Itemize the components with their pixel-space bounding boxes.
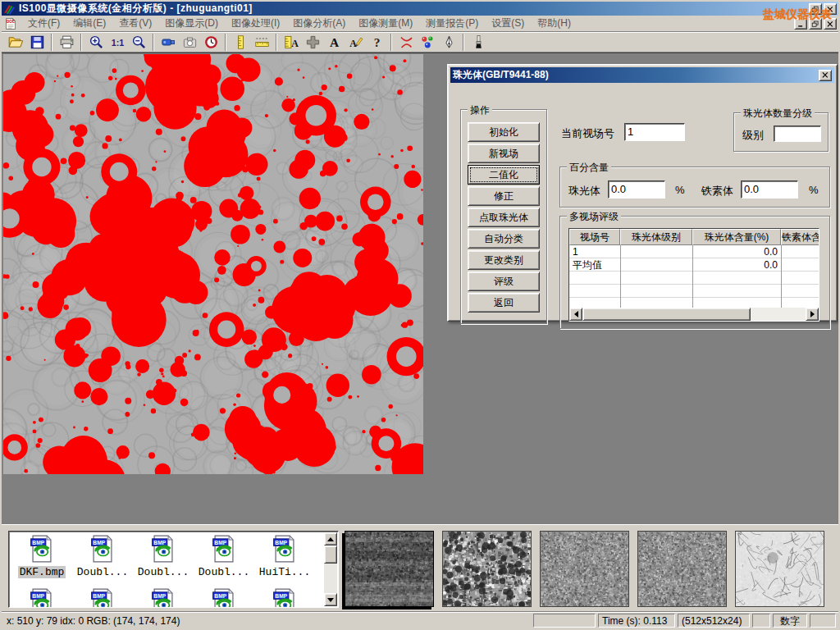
vertical-ruler-button[interactable] xyxy=(230,32,251,52)
photo-capture-button[interactable] xyxy=(179,32,200,52)
file-item[interactable]: BMP xyxy=(254,588,315,608)
file-item[interactable]: BMP DKF.bmp xyxy=(11,535,72,578)
scrollbar-track[interactable] xyxy=(751,308,806,321)
marker-points-button[interactable] xyxy=(417,32,438,52)
scroll-right-button[interactable] xyxy=(806,308,819,321)
menu-help[interactable]: 帮助(H) xyxy=(531,15,578,32)
move-tool-button[interactable] xyxy=(302,32,323,52)
menu-image-analysis[interactable]: 图像分析(A) xyxy=(286,15,352,32)
status-time: Time (s): 0.113 xyxy=(598,614,675,628)
open-file-button[interactable] xyxy=(5,32,26,52)
file-item[interactable]: BMP xyxy=(11,588,72,608)
rate-button[interactable]: 评级 xyxy=(468,272,540,291)
pearlite-dialog: 珠光体(GB/T9441-88) 操作 初始化 新视场 二值化 修正 点取珠光体… xyxy=(447,64,838,322)
percent-sign: % xyxy=(675,184,685,196)
pearlite-percent-input[interactable]: 0.0 xyxy=(608,180,665,199)
thumbnail-1[interactable] xyxy=(345,531,434,607)
file-item[interactable]: BMP Doubl... xyxy=(194,535,254,578)
child-minimize-button[interactable] xyxy=(794,18,807,30)
scrollbar-thumb[interactable] xyxy=(582,308,751,321)
dialog-title-bar[interactable]: 珠光体(GB/T9441-88) xyxy=(450,67,834,83)
menu-image-measure[interactable]: 图像测量(M) xyxy=(352,15,419,32)
horizontal-ruler-button[interactable] xyxy=(251,32,272,52)
scroll-down-button[interactable] xyxy=(324,593,337,606)
dialog-close-button[interactable] xyxy=(819,70,832,81)
timer-button[interactable] xyxy=(200,32,221,52)
text-edit-button[interactable]: A xyxy=(345,32,366,52)
file-item[interactable]: BMP Doubl... xyxy=(133,535,194,578)
col-ferrite-content: 铁素体含量(%) xyxy=(781,229,819,245)
zoom-out-button[interactable] xyxy=(128,32,149,52)
menu-view[interactable]: 查看(V) xyxy=(112,15,158,32)
menu-edit[interactable]: 编辑(E) xyxy=(66,15,112,32)
svg-text:A: A xyxy=(329,35,339,49)
multiview-group: 多视场评级 视场号 珠光体级别 珠光体含量(%) 铁素体含量(%) xyxy=(559,216,830,329)
file-item[interactable]: BMP xyxy=(72,588,133,608)
close-button[interactable] xyxy=(824,3,837,15)
metallographic-image[interactable] xyxy=(3,54,423,474)
bmp-file-icon: BMP xyxy=(151,535,176,565)
save-button[interactable] xyxy=(26,32,48,52)
table-horizontal-scrollbar[interactable] xyxy=(569,308,819,321)
menu-image-process[interactable]: 图像处理(I) xyxy=(225,15,286,32)
measure-text-button[interactable]: A xyxy=(281,32,302,52)
scroll-left-button[interactable] xyxy=(569,308,582,321)
init-button[interactable]: 初始化 xyxy=(468,122,540,142)
title-bar[interactable]: IS100显微摄像系统(金相分析版) - [zhuguangti01] xyxy=(2,2,838,16)
file-item[interactable]: BMP Doubl... xyxy=(72,535,133,578)
text-tool-button[interactable]: A xyxy=(323,32,345,52)
photo-camera-icon xyxy=(182,34,198,50)
menu-report[interactable]: 测量报告(P) xyxy=(419,15,485,32)
file-item[interactable]: BMP HuiTi... xyxy=(254,535,315,578)
toolbar-separator xyxy=(463,34,464,51)
print-button[interactable] xyxy=(56,32,77,52)
svg-text:?: ? xyxy=(373,35,380,49)
operations-group: 操作 初始化 新视场 二值化 修正 点取珠光体 自动分类 更改类别 评级 返回 xyxy=(460,109,547,324)
vertical-ruler-icon xyxy=(233,34,249,50)
colored-pins-icon xyxy=(420,34,436,50)
zoom-in-button[interactable] xyxy=(85,32,107,52)
binarize-button[interactable]: 二值化 xyxy=(468,165,540,185)
window-title: IS100显微摄像系统(金相分析版) - [zhuguangti01] xyxy=(19,2,253,16)
thumbnail-3[interactable] xyxy=(540,531,629,607)
correct-button[interactable]: 修正 xyxy=(468,186,540,206)
curve-erase-button[interactable] xyxy=(395,32,417,52)
pen-tool-button[interactable] xyxy=(438,32,459,52)
bmp-file-icon: BMP xyxy=(90,588,115,608)
menu-settings[interactable]: 设置(S) xyxy=(485,15,531,32)
file-list[interactable]: BMP DKF.bmp BMP Doubl... BMP xyxy=(8,531,339,608)
actual-size-button[interactable]: 1:1 xyxy=(107,32,128,52)
grade-input[interactable] xyxy=(774,126,821,142)
scrollbar-thumb[interactable] xyxy=(324,546,337,564)
multiview-table[interactable]: 视场号 珠光体级别 珠光体含量(%) 铁素体含量(%) 1 xyxy=(568,228,819,322)
new-field-button[interactable]: 新视场 xyxy=(468,144,540,163)
brush-tool-button[interactable] xyxy=(468,32,489,52)
current-field-input[interactable]: 1 xyxy=(624,123,685,141)
child-close-button[interactable] xyxy=(824,18,837,30)
scroll-up-button[interactable] xyxy=(324,532,337,546)
thumbnail-5[interactable] xyxy=(735,531,824,607)
child-restore-button[interactable] xyxy=(809,18,822,30)
return-button[interactable]: 返回 xyxy=(468,293,540,313)
thumbnail-2[interactable] xyxy=(442,531,532,607)
ferrite-percent-input[interactable]: 0.0 xyxy=(741,180,798,199)
file-list-scrollbar[interactable] xyxy=(324,532,337,606)
toolbar-separator xyxy=(51,34,52,51)
menu-file[interactable]: 文件(F) xyxy=(21,15,66,32)
thumbnail-4[interactable] xyxy=(637,531,727,607)
file-name: Doubl... xyxy=(75,566,130,578)
file-item[interactable]: BMP xyxy=(194,588,254,608)
cross-icon xyxy=(305,34,321,50)
auto-classify-button[interactable]: 自动分类 xyxy=(468,229,540,249)
change-class-button[interactable]: 更改类别 xyxy=(468,250,540,270)
video-capture-button[interactable] xyxy=(158,32,179,52)
document-icon[interactable]: DOC xyxy=(4,17,18,30)
scrollbar-track[interactable] xyxy=(324,564,337,593)
file-item[interactable]: BMP xyxy=(133,588,194,608)
pick-pearlite-button[interactable]: 点取珠光体 xyxy=(468,208,540,227)
help-button[interactable]: ? xyxy=(366,32,387,52)
restore-button[interactable] xyxy=(809,3,822,15)
svg-text:BMP: BMP xyxy=(275,540,287,546)
grade-group: 珠光体数量分级 级别 xyxy=(733,112,829,152)
menu-image-display[interactable]: 图像显示(D) xyxy=(158,15,225,32)
